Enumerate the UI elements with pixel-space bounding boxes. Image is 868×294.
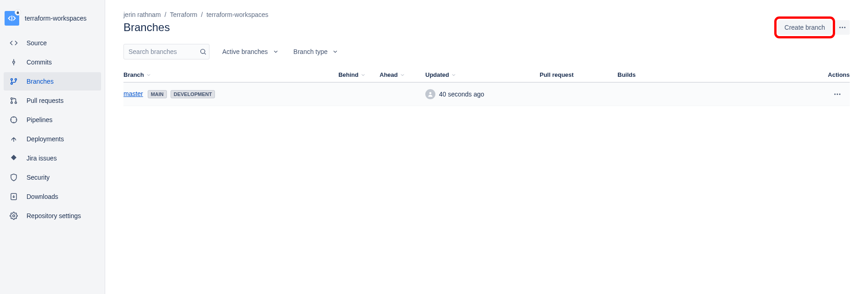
sidebar-item-label: Pipelines [27,116,53,123]
branches-table: Branch Behind Ahead Updated Pull request [123,68,850,106]
repo-header[interactable]: terraform-workspaces [0,4,105,34]
sidebar-item-label: Source [27,39,47,47]
sidebar-item-source[interactable]: Source [4,34,101,52]
svg-point-17 [201,49,205,53]
sidebar-item-label: Deployments [27,135,64,143]
search-input[interactable] [123,44,209,59]
user-icon [427,91,434,97]
svg-point-15 [842,27,843,28]
breadcrumb-sep: / [165,11,166,18]
sidebar-item-branches[interactable]: Branches [4,72,101,91]
svg-point-5 [15,79,17,80]
search-icon [199,48,207,55]
sidebar-item-deployments[interactable]: Deployments [4,130,101,148]
col-updated-header[interactable]: Updated [425,71,540,78]
col-behind-header[interactable]: Behind [329,71,366,78]
breadcrumb: jerin rathnam / Terraform / terraform-wo… [123,11,850,18]
svg-point-7 [11,98,13,100]
pull-requests-icon [9,96,18,105]
chevron-down-icon [146,72,151,78]
create-branch-button[interactable]: Create branch [778,20,831,35]
more-actions-button[interactable] [835,20,850,35]
sidebar-item-label: Security [27,174,50,181]
repo-name: terraform-workspaces [25,15,86,22]
shield-icon [9,173,18,182]
row-more-button[interactable] [831,88,843,100]
updated-cell: 40 seconds ago [425,89,540,99]
svg-point-4 [11,79,13,80]
filter-label: Branch type [294,48,328,55]
sidebar-item-pull-requests[interactable]: Pull requests [4,91,101,110]
svg-line-18 [204,53,206,54]
sidebar-item-pipelines[interactable]: Pipelines [4,111,101,129]
breadcrumb-link[interactable]: Terraform [170,11,198,18]
lock-icon [15,9,21,16]
header-label: Behind [338,71,359,78]
sidebar-item-label: Commits [27,59,52,66]
header-label: Branch [123,71,144,78]
svg-point-8 [11,102,13,104]
header-label: Ahead [380,71,398,78]
branch-name-link[interactable]: master [123,90,143,97]
chevron-down-icon [451,72,456,78]
svg-point-13 [13,215,15,217]
header-label: Builds [617,71,636,78]
repo-icon [5,11,19,26]
breadcrumb-sep: / [201,11,203,18]
header-label: Actions [828,71,850,78]
more-icon [838,23,847,32]
svg-point-20 [834,94,836,95]
svg-point-21 [837,94,838,95]
breadcrumb-link[interactable]: terraform-workspaces [206,11,268,18]
header-label: Pull request [540,71,573,78]
commits-icon [9,58,18,67]
branch-tag-main: MAIN [148,90,167,98]
sidebar-item-repository-settings[interactable]: Repository settings [4,207,101,225]
sidebar-item-security[interactable]: Security [4,168,101,187]
svg-point-6 [11,83,13,85]
col-pull-request-header: Pull request [540,71,604,78]
svg-point-19 [429,92,432,94]
chevron-down-icon [400,72,405,78]
sidebar-item-jira-issues[interactable]: Jira issues [4,149,101,167]
branch-cell: master MAIN DEVELOPMENT [123,90,329,98]
downloads-icon [9,192,18,201]
svg-point-14 [839,27,841,28]
col-actions-header: Actions [636,71,850,78]
deployments-icon [9,134,18,144]
sidebar-item-label: Downloads [27,193,58,200]
header-label: Updated [425,71,449,78]
pipelines-icon [9,115,18,124]
updated-time: 40 seconds ago [439,91,484,98]
svg-point-9 [15,102,17,104]
sidebar-item-label: Repository settings [27,212,81,219]
table-row: master MAIN DEVELOPMENT 40 seconds ago [123,83,850,106]
jira-icon [9,154,18,163]
sidebar-item-downloads[interactable]: Downloads [4,187,101,206]
more-icon [833,90,841,98]
filters: Active branches Branch type [123,44,850,59]
sidebar-item-commits[interactable]: Commits [4,53,101,71]
gear-icon [9,211,18,220]
branch-tag-development: DEVELOPMENT [171,90,215,98]
filter-branch-type[interactable]: Branch type [292,45,341,58]
col-builds-header: Builds [604,71,636,78]
sidebar-item-label: Pull requests [27,97,64,104]
col-branch-header[interactable]: Branch [123,71,329,78]
chevron-down-icon [360,72,366,78]
search-wrap [123,44,209,59]
chevron-down-icon [332,48,338,55]
svg-point-16 [844,27,846,28]
page-title: Branches [123,21,170,34]
col-ahead-header[interactable]: Ahead [366,71,425,78]
table-header: Branch Behind Ahead Updated Pull request [123,68,850,83]
actions-cell [636,88,850,100]
svg-point-22 [839,94,841,95]
avatar [425,89,435,99]
branches-icon [9,77,18,86]
breadcrumb-link[interactable]: jerin rathnam [123,11,161,18]
filter-active-branches[interactable]: Active branches [220,45,281,58]
chevron-down-icon [273,48,279,55]
sidebar: terraform-workspaces Source Commits Bran… [0,0,105,294]
filter-label: Active branches [222,48,268,55]
